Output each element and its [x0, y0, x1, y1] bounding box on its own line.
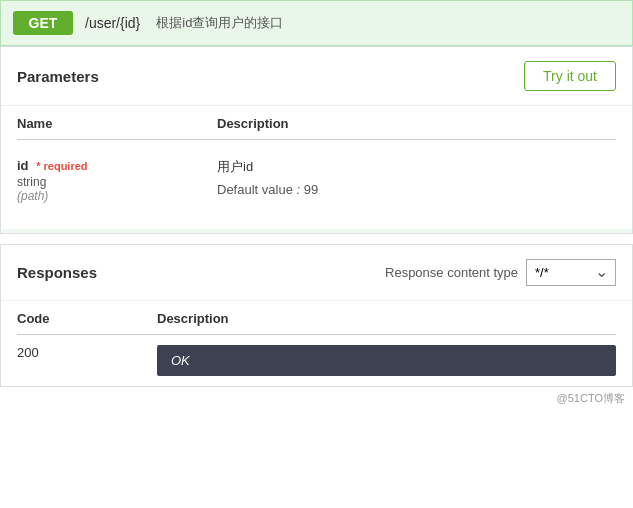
response-ok-box: OK — [157, 345, 616, 376]
param-location: (path) — [17, 189, 217, 203]
param-desc-col: 用户id Default value : 99 — [217, 158, 616, 203]
param-row: id * required string (path) 用户id Default… — [17, 148, 616, 213]
parameters-body: Name Description id * required string (p… — [1, 106, 632, 233]
params-table: Name Description id * required string (p… — [1, 106, 632, 229]
col-name-header: Name — [17, 116, 217, 131]
parameters-header: Parameters Try it out — [1, 47, 632, 106]
api-description: 根据id查询用户的接口 — [156, 14, 283, 32]
parameters-section: Parameters Try it out Name Description i… — [0, 46, 633, 234]
parameters-title: Parameters — [17, 68, 99, 85]
responses-title: Responses — [17, 264, 97, 281]
param-default: Default value : 99 — [217, 182, 616, 197]
params-col-headers: Name Description — [17, 106, 616, 140]
response-code: 200 — [17, 345, 157, 360]
responses-header: Responses Response content type */* — [1, 245, 632, 301]
content-type-select[interactable]: */* — [526, 259, 616, 286]
col-code-header: Code — [17, 311, 157, 326]
try-it-out-button[interactable]: Try it out — [524, 61, 616, 91]
param-description: 用户id — [217, 158, 616, 176]
param-type: string — [17, 175, 217, 189]
param-default-value: 99 — [304, 182, 318, 197]
param-required-label: * required — [36, 160, 87, 172]
response-row: 200 OK — [17, 335, 616, 386]
content-type-label: Response content type — [385, 265, 518, 280]
responses-col-desc-header: Description — [157, 311, 229, 326]
responses-col-headers: Code Description — [17, 301, 616, 335]
responses-table: Code Description 200 OK — [1, 301, 632, 386]
content-type-select-wrapper[interactable]: */* — [526, 259, 616, 286]
param-name-required: id * required — [17, 158, 217, 173]
param-name-col: id * required string (path) — [17, 158, 217, 203]
get-bar: GET /user/{id} 根据id查询用户的接口 — [0, 0, 633, 46]
responses-section: Responses Response content type */* Code… — [0, 244, 633, 387]
watermark: @51CTO博客 — [0, 387, 633, 410]
response-desc: OK — [157, 345, 616, 376]
param-name: id — [17, 158, 29, 173]
param-default-label: Default value — [217, 182, 293, 197]
method-badge: GET — [13, 11, 73, 35]
api-path: /user/{id} — [85, 15, 140, 31]
col-desc-header: Description — [217, 116, 289, 131]
content-type-wrapper: Response content type */* — [385, 259, 616, 286]
